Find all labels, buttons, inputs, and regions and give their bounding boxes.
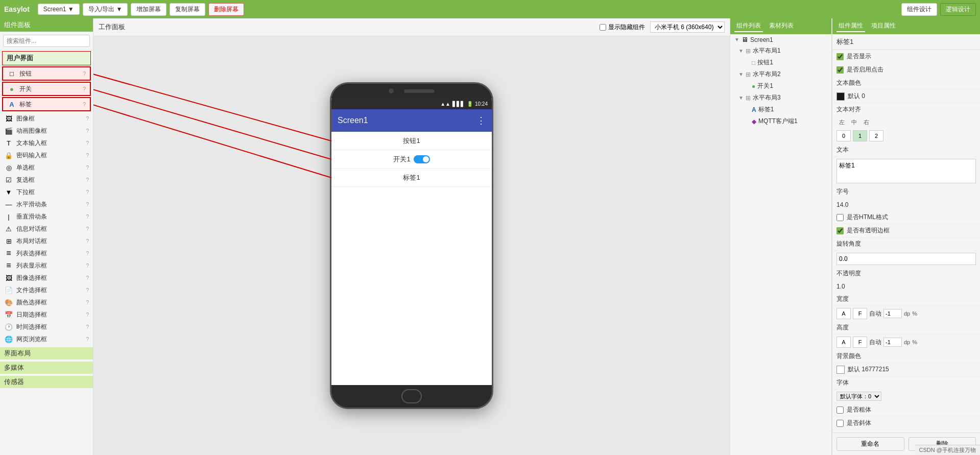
height-F-btn[interactable]: F xyxy=(853,337,867,348)
button-info: ? xyxy=(83,71,86,77)
rename-btn[interactable]: 重命名 xyxy=(836,437,904,451)
add-screen-btn[interactable]: 增加屏幕 xyxy=(131,3,166,16)
rotate-input[interactable] xyxy=(836,253,976,265)
italic-checkbox[interactable] xyxy=(836,420,844,427)
tree-switch1[interactable]: ● 开关1 xyxy=(730,80,831,92)
enable-click-checkbox[interactable] xyxy=(836,66,844,74)
is-html-label: 是否HTML格式 xyxy=(847,213,976,222)
component-item-switch[interactable]: ● 开关 ? xyxy=(2,82,91,96)
image-select-label: 图像选择框 xyxy=(16,274,83,282)
tab-assets[interactable]: 素材列表 xyxy=(767,20,796,32)
logic-design-btn[interactable]: 逻辑设计 xyxy=(940,3,976,16)
component-item-hslider[interactable]: — 水平滑动条 ? xyxy=(0,198,93,210)
section-sensor-title[interactable]: 传感器 xyxy=(0,376,93,388)
height-A-btn[interactable]: A xyxy=(836,337,851,348)
text-textarea[interactable]: 标签1 xyxy=(836,159,976,183)
section-media-title[interactable]: 多媒体 xyxy=(0,362,93,374)
component-item-dropdown[interactable]: ▼ 下拉框 ? xyxy=(0,186,93,198)
has-border-checkbox[interactable] xyxy=(836,227,844,234)
component-item-file-select[interactable]: 📄 文件选择框 ? xyxy=(0,284,93,296)
component-item-color-select[interactable]: 🎨 颜色选择框 ? xyxy=(0,296,93,308)
component-item-checkbox[interactable]: ☑ 复选框 ? xyxy=(0,174,93,186)
align-right-btn[interactable]: 2 xyxy=(869,130,883,141)
list-select-icon: ≡ xyxy=(4,249,13,258)
tree-layout3[interactable]: ▼ ⊞ 水平布局3 xyxy=(730,92,831,104)
app-title: Easylot xyxy=(4,5,30,13)
text-color-swatch[interactable] xyxy=(836,92,845,101)
bg-color-swatch[interactable] xyxy=(836,366,845,374)
mqtt1-icon: ◆ xyxy=(752,118,756,125)
show-display-checkbox[interactable] xyxy=(836,53,844,60)
is-html-checkbox[interactable] xyxy=(836,214,844,221)
tree-layout1[interactable]: ▼ ⊞ 水平布局1 xyxy=(730,45,831,57)
width-label: 宽度 xyxy=(836,295,976,303)
show-hidden-checkbox[interactable] xyxy=(600,24,606,31)
component-item-label[interactable]: A 标签 ? xyxy=(2,97,91,111)
component-item-password[interactable]: 🔒 密码输入框 ? xyxy=(0,149,93,161)
bold-checkbox[interactable] xyxy=(836,406,844,414)
enable-click-label: 是否启用点击 xyxy=(847,65,976,74)
phone-switch-row: 开关1 xyxy=(331,150,492,169)
component-item-layout-dialog[interactable]: ⊞ 布局对话框 ? xyxy=(0,235,93,247)
phone-camera xyxy=(389,88,394,93)
device-select[interactable]: 小米手机 6 (360x640) xyxy=(650,21,725,33)
component-item-radio[interactable]: ◎ 单选框 ? xyxy=(0,161,93,174)
checkbox-icon: ☑ xyxy=(4,175,13,184)
switch-icon: ● xyxy=(7,84,16,93)
component-list-panel: 组件列表 素材列表 ▼ 🖥 Screen1 ▼ ⊞ 水平布局1 □ 按钮1 ▼ … xyxy=(730,18,832,455)
align-center-btn[interactable]: 1 xyxy=(853,130,867,141)
text-color-default: 默认 0 xyxy=(848,92,865,101)
tab-project-props[interactable]: 项目属性 xyxy=(869,20,898,32)
component-search-input[interactable] xyxy=(3,35,90,47)
component-item-web-browser[interactable]: 🌐 网页浏览框 ? xyxy=(0,333,93,345)
component-item-vslider[interactable]: | 垂直滑动条 ? xyxy=(0,210,93,223)
opacity-label: 不透明度 xyxy=(836,269,976,278)
width-F-btn[interactable]: F xyxy=(853,308,867,319)
delete-screen-btn[interactable]: 删除屏幕 xyxy=(208,3,244,16)
copy-screen-btn[interactable]: 复制屏幕 xyxy=(170,3,205,16)
layout1-icon: ⊞ xyxy=(746,47,751,55)
component-item-text-input[interactable]: T 文本输入框 ? xyxy=(0,137,93,149)
component-item-list-select[interactable]: ≡ 列表选择框 ? xyxy=(0,247,93,259)
phone-screen: ▲▲ ▋▋▋ 🔋 10:24 Screen1 ⋮ 按钮1 xyxy=(331,98,492,385)
tab-component-list[interactable]: 组件列表 xyxy=(734,20,763,32)
width-input[interactable] xyxy=(883,309,902,318)
component-item-list-display[interactable]: ≡ 列表显示框 ? xyxy=(0,259,93,272)
bg-color-label-row: 背景颜色 xyxy=(832,350,980,363)
component-item-button[interactable]: □ 按钮 ? xyxy=(2,66,91,81)
component-item-image-select[interactable]: 🖼 图像选择框 ? xyxy=(0,272,93,284)
component-item-anim-image[interactable]: 🎬 动画图像框 ? xyxy=(0,125,93,137)
tree-btn1[interactable]: □ 按钮1 xyxy=(730,57,831,68)
footer-text: CSDN @手机连接万物 xyxy=(919,447,976,453)
component-item-date-select[interactable]: 📅 日期选择框 ? xyxy=(0,308,93,321)
properties-panel: 组件属性 项目属性 标签1 是否显示 是否启用点击 文本颜色 默认 0 文本对齐… xyxy=(832,18,980,455)
component-item-image[interactable]: 🖼 图像框 ? xyxy=(0,112,93,125)
radio-label: 单选框 xyxy=(16,163,83,172)
tab-component-props[interactable]: 组件属性 xyxy=(836,20,865,32)
font-select[interactable]: 默认字体：0 xyxy=(836,392,881,401)
section-layout-title[interactable]: 界面布局 xyxy=(0,347,93,360)
component-design-btn[interactable]: 组件设计 xyxy=(901,3,937,16)
align-left-btn[interactable]: 0 xyxy=(836,130,851,141)
height-input[interactable] xyxy=(883,338,902,347)
height-label: 高度 xyxy=(836,323,976,332)
width-A-btn[interactable]: A xyxy=(836,308,851,319)
switch-label: 开关 xyxy=(19,85,80,93)
text-align-label-row: 文本对齐 xyxy=(832,103,980,116)
image-icon: 🖼 xyxy=(4,114,13,123)
show-display-label: 是否显示 xyxy=(847,52,976,61)
main-area: 组件面板 用户界面 □ 按钮 ? ● 开关 ? A 标签 ? xyxy=(0,18,980,455)
work-area: ▲▲ ▋▋▋ 🔋 10:24 Screen1 ⋮ 按钮1 xyxy=(93,36,730,455)
tree-layout2[interactable]: ▼ ⊞ 水平布局2 xyxy=(730,68,831,80)
import-export-btn[interactable]: 导入/导出 ▼ xyxy=(83,3,128,16)
text-align-label: 文本对齐 xyxy=(836,105,976,114)
is-html-row: 是否HTML格式 xyxy=(832,211,980,224)
tree-mqtt1[interactable]: ◆ MQTT客户端1 xyxy=(730,115,831,127)
component-item-time-select[interactable]: 🕐 时间选择框 ? xyxy=(0,321,93,333)
tree-label1[interactable]: A 标签1 xyxy=(730,104,831,115)
phone-status-bar: ▲▲ ▋▋▋ 🔋 10:24 xyxy=(331,98,492,109)
component-item-info-dialog[interactable]: ⚠ 信息对话框 ? xyxy=(0,223,93,235)
screen-dropdown-btn[interactable]: Screen1 ▼ xyxy=(38,4,80,15)
phone-speaker xyxy=(404,89,435,93)
tree-screen1[interactable]: ▼ 🖥 Screen1 xyxy=(730,34,831,45)
